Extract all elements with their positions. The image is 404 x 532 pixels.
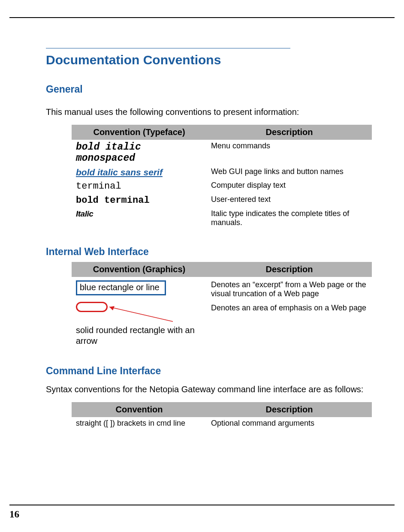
table-cli: Convention Description straight ([ ]) br… bbox=[72, 402, 372, 430]
th-description: Description bbox=[207, 125, 372, 140]
sample-link-style: bold italic sans serif bbox=[76, 167, 163, 177]
desc-user-entered: User-entered text bbox=[207, 193, 372, 207]
rounded-rect-icon bbox=[76, 302, 108, 312]
table-row: bold italic sans serif Web GUI page link… bbox=[72, 165, 372, 179]
section-general: General This manual uses the following c… bbox=[46, 84, 386, 229]
page-number: 16 bbox=[9, 509, 19, 520]
section-cli: Command Line Interface Syntax convention… bbox=[46, 365, 386, 430]
th-description: Description bbox=[207, 402, 372, 417]
table-general: Convention (Typeface) Description bold i… bbox=[72, 125, 372, 229]
th-description: Description bbox=[207, 262, 372, 277]
table-row: bold terminal User-entered text bbox=[72, 193, 372, 207]
table-row: bold italic monospaced Menu commands bbox=[72, 140, 372, 165]
table-row: Italic Italic type indicates the complet… bbox=[72, 207, 372, 229]
intro-general: This manual uses the following conventio… bbox=[46, 107, 386, 117]
heading-cli: Command Line Interface bbox=[46, 365, 386, 377]
sample-bold-terminal: bold terminal bbox=[76, 195, 150, 206]
desc-menu-commands: Menu commands bbox=[207, 140, 372, 165]
th-convention: Convention bbox=[72, 402, 207, 417]
desc-excerpt: Denotes an “excerpt” from a Web page or … bbox=[207, 277, 372, 300]
cli-brackets: straight ([ ]) brackets in cmd line bbox=[72, 417, 207, 430]
table-row: terminal Computer display text bbox=[72, 179, 372, 193]
top-rule bbox=[9, 17, 395, 18]
content-area: Documentation Conventions General This m… bbox=[9, 48, 395, 430]
sample-italic: Italic bbox=[76, 209, 93, 218]
sample-terminal: terminal bbox=[76, 181, 121, 192]
table-row: straight ([ ]) brackets in cmd line Opti… bbox=[72, 417, 372, 430]
page-footer: 16 bbox=[9, 505, 395, 520]
desc-italic: Italic type indicates the complete title… bbox=[207, 207, 372, 229]
page-title: Documentation Conventions bbox=[46, 53, 386, 67]
desc-emphasis: Denotes an area of emphasis on a Web pag… bbox=[207, 300, 372, 348]
rounded-arrow-graphic bbox=[76, 302, 202, 322]
sample-bold-italic-mono: bold italic monospaced bbox=[76, 141, 141, 164]
th-conv-graphics: Convention (Graphics) bbox=[72, 262, 207, 277]
svg-line-0 bbox=[109, 307, 173, 322]
intro-cli: Syntax conventions for the Netopia Gatew… bbox=[46, 385, 386, 394]
blue-rectangle-graphic: blue rectangle or line bbox=[76, 280, 166, 295]
heading-iwi: Internal Web Interface bbox=[46, 246, 386, 258]
desc-display-text: Computer display text bbox=[207, 179, 372, 193]
title-rule bbox=[46, 48, 290, 48]
table-iwi: Convention (Graphics) Description blue r… bbox=[72, 262, 372, 348]
rounded-arrow-caption: solid rounded rectangle with an arrow bbox=[76, 325, 202, 346]
table-row: blue rectangle or line Denotes an “excer… bbox=[72, 277, 372, 300]
section-iwi: Internal Web Interface Convention (Graph… bbox=[46, 246, 386, 348]
th-conv-typeface: Convention (Typeface) bbox=[72, 125, 207, 140]
desc-optional-args: Optional command arguments bbox=[207, 417, 372, 430]
arrow-icon bbox=[104, 302, 177, 322]
desc-web-gui: Web GUI page links and button names bbox=[207, 165, 372, 179]
heading-general: General bbox=[46, 84, 386, 95]
table-row: solid rounded rectangle with an arrow De… bbox=[72, 300, 372, 348]
